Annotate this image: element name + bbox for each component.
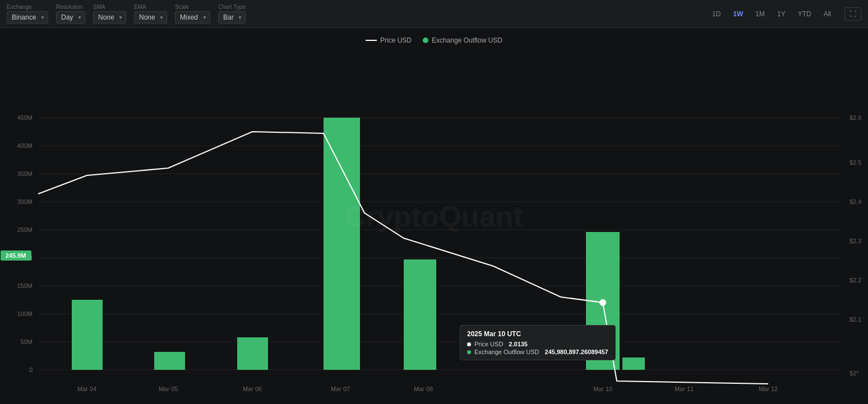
- exchange-select-wrapper: Binance: [7, 11, 48, 24]
- svg-text:Mar 06: Mar 06: [243, 386, 262, 392]
- svg-text:Mar 12: Mar 12: [759, 386, 778, 392]
- bar-mar05: [154, 352, 185, 370]
- bar-mar07-large: [324, 118, 360, 370]
- legend-outflow-dot: [423, 38, 428, 43]
- svg-text:350M: 350M: [17, 170, 33, 177]
- time-all[interactable]: All: [818, 8, 837, 20]
- svg-text:$2.3: $2.3: [849, 238, 861, 244]
- svg-text:$2.6: $2.6: [849, 114, 861, 121]
- svg-text:Mar 08: Mar 08: [414, 386, 433, 392]
- svg-text:$2*: $2*: [849, 370, 859, 377]
- svg-text:$2.5: $2.5: [849, 159, 861, 166]
- legend-price-label: Price USD: [380, 36, 412, 44]
- exchange-label: Exchange: [7, 4, 31, 10]
- chart-type-select-wrapper: Bar: [218, 11, 246, 24]
- time-buttons: 1D 1W 1M 1Y YTD All: [707, 8, 837, 20]
- ema-label: EMA: [134, 4, 146, 10]
- chart-type-group: Chart Type Bar: [218, 4, 246, 24]
- chart-type-select[interactable]: Bar: [218, 11, 246, 24]
- time-ytd[interactable]: YTD: [792, 8, 817, 20]
- bar-mar06: [237, 337, 268, 370]
- sma-select[interactable]: None: [93, 11, 126, 24]
- svg-text:300M: 300M: [17, 198, 33, 205]
- svg-text:Mar 11: Mar 11: [675, 386, 694, 392]
- exchange-group: Exchange Binance: [7, 4, 48, 24]
- bar-mar04: [72, 300, 103, 370]
- svg-text:245.9M: 245.9M: [6, 252, 26, 259]
- sma-label: SMA: [93, 4, 105, 10]
- time-1y[interactable]: 1Y: [772, 8, 791, 20]
- svg-text:Mar 04: Mar 04: [77, 386, 96, 392]
- resolution-select-wrapper: Day: [56, 11, 85, 24]
- toolbar: Exchange Binance Resolution Day SMA None…: [0, 0, 868, 28]
- scale-label: Scale: [175, 4, 189, 10]
- svg-text:Mar 10: Mar 10: [593, 386, 612, 392]
- expand-button[interactable]: ⛶: [844, 7, 861, 21]
- svg-text:0: 0: [29, 366, 33, 373]
- chart-type-label: Chart Type: [218, 4, 246, 10]
- svg-text:50M: 50M: [21, 338, 33, 345]
- scale-select-wrapper: Mixed: [175, 11, 210, 24]
- svg-text:100M: 100M: [17, 310, 33, 317]
- resolution-select[interactable]: Day: [56, 11, 85, 24]
- ema-select[interactable]: None: [134, 11, 167, 24]
- svg-text:$2.1: $2.1: [849, 316, 861, 323]
- svg-text:$2.4: $2.4: [849, 198, 861, 205]
- time-1d[interactable]: 1D: [707, 8, 726, 20]
- bar-mar10-small: [622, 357, 645, 370]
- svg-text:$2.2: $2.2: [849, 277, 861, 284]
- ema-group: EMA None: [134, 4, 167, 24]
- svg-text:450M: 450M: [17, 114, 33, 121]
- svg-text:250M: 250M: [17, 226, 33, 233]
- ema-select-wrapper: None: [134, 11, 167, 24]
- price-dot-mar10: [600, 300, 606, 305]
- scale-select[interactable]: Mixed: [175, 11, 210, 24]
- svg-text:Mar 07: Mar 07: [331, 386, 350, 392]
- chart-svg: 450M 400M 350M 300M 250M 200M 150M 100M …: [0, 28, 868, 404]
- resolution-label: Resolution: [56, 4, 82, 10]
- sma-group: SMA None: [93, 4, 126, 24]
- time-1m[interactable]: 1M: [750, 8, 770, 20]
- legend-outflow-label: Exchange Outflow USD: [432, 36, 502, 44]
- resolution-group: Resolution Day: [56, 4, 85, 24]
- legend: Price USD Exchange Outflow USD: [366, 36, 502, 44]
- legend-price: Price USD: [366, 36, 412, 44]
- exchange-select[interactable]: Binance: [7, 11, 48, 24]
- chart-area: Price USD Exchange Outflow USD CryptoQua…: [0, 28, 868, 404]
- sma-select-wrapper: None: [93, 11, 126, 24]
- scale-group: Scale Mixed: [175, 4, 210, 24]
- svg-text:400M: 400M: [17, 142, 33, 149]
- bar-mar08: [404, 259, 436, 370]
- time-1w[interactable]: 1W: [727, 8, 749, 20]
- svg-text:150M: 150M: [17, 282, 33, 289]
- svg-text:Mar 05: Mar 05: [159, 386, 178, 392]
- legend-price-line: [366, 40, 377, 41]
- legend-outflow: Exchange Outflow USD: [423, 36, 502, 44]
